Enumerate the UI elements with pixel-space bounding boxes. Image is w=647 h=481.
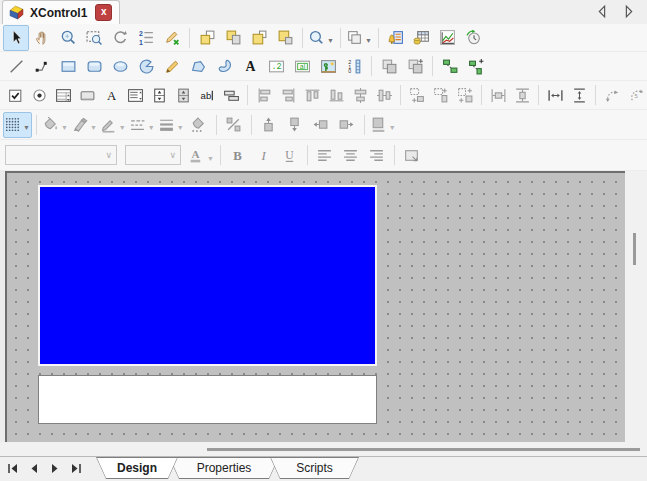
tab-order-tool-button[interactable]: 21: [133, 25, 159, 51]
toolbar-controls-align: Aab5: [0, 81, 647, 110]
clock-refresh-button[interactable]: [461, 25, 487, 51]
zoom-tool-button[interactable]: [55, 25, 81, 51]
doc-tab-xcontrol1[interactable]: XControl1 x: [2, 0, 120, 24]
horizontal-scrollbar-thumb[interactable]: [207, 448, 640, 451]
polygon-tool-button[interactable]: [185, 53, 211, 79]
updown-control-button[interactable]: [171, 82, 195, 108]
button-control-button[interactable]: [75, 82, 99, 108]
nav-prev-icon[interactable]: [26, 460, 42, 476]
space-evenly-h-button[interactable]: [543, 82, 567, 108]
bring-to-front-button[interactable]: [194, 25, 220, 51]
data-table-icon: [413, 29, 430, 46]
pie-tool-button[interactable]: [133, 53, 159, 79]
checkbox-control-button[interactable]: [3, 82, 27, 108]
splitter-control-button[interactable]: [219, 82, 243, 108]
nav-first-icon[interactable]: [5, 460, 21, 476]
label-control-button[interactable]: A: [99, 82, 123, 108]
toolbar-separator: [251, 115, 252, 135]
group-tool-icon: [381, 58, 398, 75]
line-color-icon: [100, 116, 117, 133]
listbox-control-button[interactable]: [123, 82, 147, 108]
close-icon[interactable]: x: [95, 4, 112, 21]
rect-tool-button[interactable]: [55, 53, 81, 79]
center-window-v-button: [510, 82, 534, 108]
tab-scroll-left-icon[interactable]: [594, 3, 611, 20]
closed-curve-tool-button[interactable]: [211, 53, 237, 79]
vertical-scrollbar-thumb[interactable]: [633, 233, 636, 265]
flip-arrow-icon: [604, 87, 621, 104]
zoom-region-tool-button[interactable]: [81, 25, 107, 51]
rotate-angle-button: 5: [624, 82, 647, 108]
toolbar-separator: [432, 56, 433, 76]
send-backward-icon: [277, 29, 294, 46]
svg-text:al: al: [299, 62, 305, 69]
rotate-tool-button[interactable]: [107, 25, 133, 51]
svg-text:A: A: [191, 148, 199, 160]
vertical-scrollbar[interactable]: [625, 171, 647, 442]
text-display-tool-button[interactable]: al: [289, 53, 315, 79]
zoom-level-button[interactable]: ▼: [307, 25, 336, 51]
space-evenly-v-icon: [571, 87, 588, 104]
svg-text:1: 1: [139, 39, 143, 46]
svg-text:A: A: [245, 59, 255, 74]
align-shape-add-tool-button[interactable]: [463, 53, 489, 79]
number-display-tool-button[interactable]: .2: [263, 53, 289, 79]
listbox-control-icon: [127, 87, 144, 104]
nav-last-icon[interactable]: [68, 460, 84, 476]
horizontal-scrollbar[interactable]: [0, 442, 647, 456]
dropdown-caret-icon: ▼: [389, 124, 396, 131]
blue-rectangle[interactable]: [38, 185, 377, 366]
edit-vertices-tool-button[interactable]: [159, 25, 185, 51]
chart-button[interactable]: [435, 25, 461, 51]
image-tool-button[interactable]: [315, 53, 341, 79]
align-shape-tool-button[interactable]: [437, 53, 463, 79]
line-tool-button[interactable]: [3, 53, 29, 79]
chart-icon: [439, 29, 456, 46]
send-backward-button[interactable]: [272, 25, 298, 51]
layers-button[interactable]: ▼: [345, 25, 374, 51]
alarm-list-button[interactable]: [383, 25, 409, 51]
design-canvas[interactable]: [5, 171, 625, 442]
edit-control-button[interactable]: ab: [195, 82, 219, 108]
fill-effects-icon: [190, 116, 207, 133]
tab-properties[interactable]: Properties: [169, 457, 279, 479]
send-to-back-button[interactable]: [220, 25, 246, 51]
scale-tool-button[interactable]: 210: [341, 53, 367, 79]
toolbar-separator: [538, 85, 539, 105]
data-table-button[interactable]: [409, 25, 435, 51]
toolbar-separator: [378, 28, 379, 48]
layers-icon: [346, 29, 363, 46]
updown-control-icon: [175, 87, 192, 104]
ellipse-tool-button[interactable]: [107, 53, 133, 79]
align-shape-tool-icon: [442, 58, 459, 75]
select-tool-icon: [8, 29, 25, 46]
nav-next-icon[interactable]: [47, 460, 63, 476]
text-display-tool-icon: al: [294, 58, 311, 75]
tab-design[interactable]: Design: [96, 457, 178, 479]
align-shape-add-tool-icon: [468, 58, 485, 75]
bring-forward-button[interactable]: [246, 25, 272, 51]
text-tool-button[interactable]: A: [237, 53, 263, 79]
grid-toggle-button[interactable]: ▼: [3, 112, 32, 138]
tab-scroll-right-icon[interactable]: [620, 3, 637, 20]
tab-label: Design: [97, 458, 177, 478]
spinner-control-button[interactable]: [147, 82, 171, 108]
pencil-tool-button[interactable]: [159, 53, 185, 79]
svg-text:A: A: [106, 88, 116, 102]
toolbar-style: ▼▼▼▼▼▼▼: [0, 110, 647, 140]
pan-tool-button[interactable]: [29, 25, 55, 51]
space-evenly-v-button[interactable]: [567, 82, 591, 108]
grid-control-button[interactable]: [51, 82, 75, 108]
select-tool-button[interactable]: [3, 25, 29, 51]
nudge-up-icon: [260, 116, 277, 133]
nudge-right-button: [334, 112, 360, 138]
toolbar-separator: [340, 28, 341, 48]
white-rectangle[interactable]: [38, 375, 377, 424]
align-center-v-button: [372, 82, 396, 108]
tab-scripts[interactable]: Scripts: [270, 457, 359, 479]
shadow-color-button: ▼: [70, 112, 99, 138]
dropdown-caret-icon: ▼: [177, 124, 184, 131]
polyline-tool-button[interactable]: [29, 53, 55, 79]
rounded-rect-tool-button[interactable]: [81, 53, 107, 79]
radio-control-button[interactable]: [27, 82, 51, 108]
